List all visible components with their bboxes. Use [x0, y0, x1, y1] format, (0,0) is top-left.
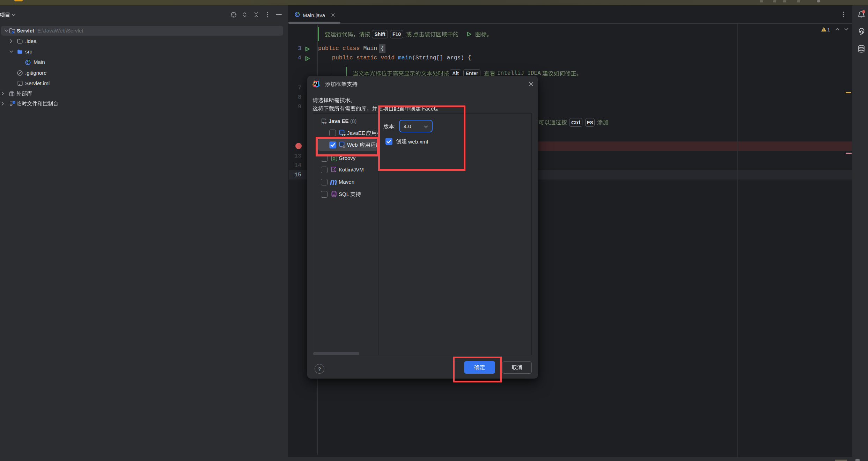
svg-text:G: G	[333, 156, 336, 161]
svg-text:EE: EE	[323, 122, 327, 125]
svg-text:EE: EE	[342, 133, 346, 137]
